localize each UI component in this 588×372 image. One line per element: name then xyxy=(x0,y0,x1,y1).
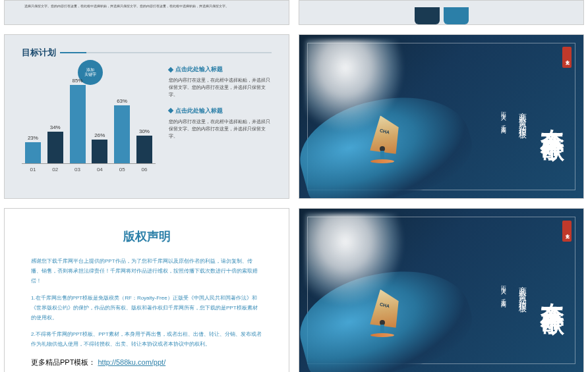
bar-rect xyxy=(47,132,63,163)
bar: 30% xyxy=(134,128,154,163)
bar: 34% xyxy=(45,124,65,163)
bar-value-label: 34% xyxy=(50,124,61,130)
tab-shape-blue xyxy=(444,7,469,24)
x-tick: 06 xyxy=(134,167,154,173)
x-tick: 01 xyxy=(23,167,43,173)
bar-chart: 添加 关键字 23%34%85%26%63%30% 010203040506 xyxy=(22,65,156,184)
x-tick: 04 xyxy=(90,167,109,173)
chart-description: 点击此处输入标题 您的内容打在这里，在此框中选择粘贴，并选择只保留文字。您的内容… xyxy=(169,65,272,184)
chart-body-2: 您的内容打在这里，在此框中选择粘贴，并选择只保留文字。您的内容打在这里，并选择只… xyxy=(169,118,272,140)
surfer-icon: CHA xyxy=(372,117,401,155)
fragment-text: 选择只保留文字。您的内容打在这里，在此框中选择粘贴，并选择只保留文字。您的内容打… xyxy=(5,1,289,11)
copyright-p2: 1.在千库网出售的PPT模板是免版税类（RF：Royalty-Free）正版受《… xyxy=(31,293,262,323)
cover-title: 奋斗不停歇 xyxy=(539,284,565,297)
wave-illustration: CHA xyxy=(299,35,470,198)
bar-value-label: 23% xyxy=(28,135,38,141)
slide-copyright: 版权声明 感谢您下载千库网平台上提供的PPT作品，为了您和千库网以及原创作者的利… xyxy=(4,208,289,372)
more-link[interactable]: http://588ku.com/ppt/ xyxy=(98,358,165,366)
surfer-icon: CHA xyxy=(372,291,401,329)
title-underline xyxy=(60,52,272,53)
bar-value-label: 63% xyxy=(117,98,127,104)
cover-title: 奋斗不停歇 xyxy=(539,110,565,123)
bar-rect xyxy=(70,85,86,163)
x-tick: 05 xyxy=(112,167,132,173)
tab-shape-dark xyxy=(415,7,440,24)
cover-author: 汇报人：千库网 xyxy=(499,107,506,126)
wave-illustration: CHA xyxy=(299,209,470,372)
x-tick: 02 xyxy=(45,167,65,173)
stamp-badge: 企业文化 xyxy=(562,221,572,242)
chart-title: 目标计划 xyxy=(22,47,56,59)
bar-value-label: 26% xyxy=(94,132,105,138)
copyright-p3: 2.不得将千库网的PPT模板、PPT素材，本身用于再出售，或者出租、出借、转让、… xyxy=(31,329,262,349)
bar: 26% xyxy=(90,132,109,163)
bar-rect xyxy=(25,142,41,163)
bar-value-label: 30% xyxy=(139,128,150,134)
copyright-title: 版权声明 xyxy=(31,228,262,244)
slide-chart: 目标计划 添加 关键字 23%34%85%26%63%30% 010203040… xyxy=(4,34,289,199)
cover-author: 汇报人：千库网 xyxy=(499,281,506,300)
bar-rect xyxy=(114,105,130,163)
chart-body-1: 您的内容打在这里，在此框中选择粘贴，并选择只保留文字。您的内容打在这里，并选择只… xyxy=(169,76,272,99)
copyright-p1: 感谢您下载千库网平台上提供的PPT作品，为了您和千库网以及原创作者的利益，请勿复… xyxy=(31,256,262,286)
more-templates: 更多精品PPT模板： http://588ku.com/ppt/ xyxy=(31,358,262,367)
slide-cover-1: 企业文化 CHA 汇报人：千库网 商务公司介绍模板 奋斗不停歇 xyxy=(299,34,584,199)
copyright-body: 感谢您下载千库网平台上提供的PPT作品，为了您和千库网以及原创作者的利益，请勿复… xyxy=(31,256,262,350)
chart-heading-1: 点击此处输入标题 xyxy=(169,65,272,74)
bar: 85% xyxy=(68,78,88,163)
stamp-badge: 企业文化 xyxy=(562,47,572,68)
x-tick: 03 xyxy=(68,167,88,173)
bar-rect xyxy=(136,136,152,163)
cover-subtitle: 商务公司介绍模板 xyxy=(517,280,528,301)
bar-value-label: 85% xyxy=(73,78,83,84)
bar: 23% xyxy=(23,135,43,163)
chart-heading-2: 点击此处输入标题 xyxy=(169,107,272,115)
slide-fragment-top-left: 选择只保留文字。您的内容打在这里，在此框中选择粘贴，并选择只保留文字。您的内容打… xyxy=(4,0,289,25)
bar: 63% xyxy=(112,98,132,163)
bar-rect xyxy=(92,140,107,163)
slide-fragment-top-right xyxy=(299,0,584,25)
cover-subtitle: 商务公司介绍模板 xyxy=(517,106,528,127)
slide-cover-2: 企业文化 CHA 汇报人：千库网 商务公司介绍模板 奋斗不停歇 xyxy=(299,208,584,372)
